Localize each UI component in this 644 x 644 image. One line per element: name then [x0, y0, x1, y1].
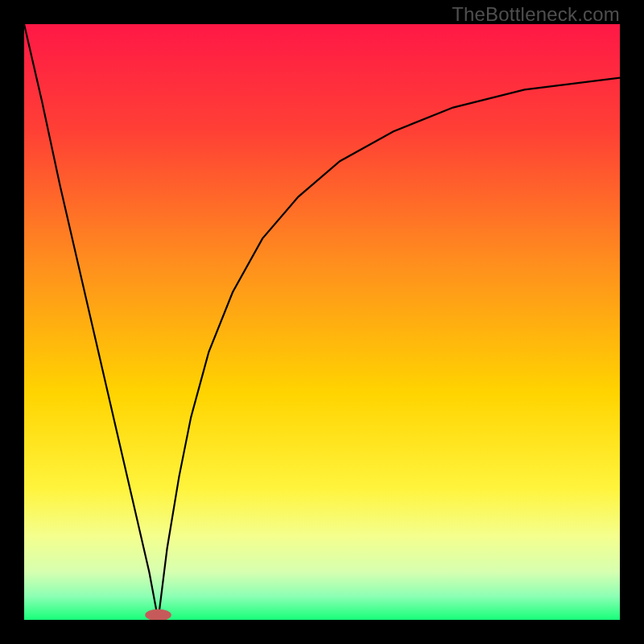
plot-area [24, 24, 620, 620]
watermark-text: TheBottleneck.com [452, 3, 620, 26]
chart-curves [24, 24, 620, 620]
curve-left-branch [24, 24, 159, 620]
curve-right-branch [159, 78, 621, 620]
optimum-marker [145, 609, 171, 620]
chart-frame: { "watermark": "TheBottleneck.com", "cha… [0, 0, 644, 644]
